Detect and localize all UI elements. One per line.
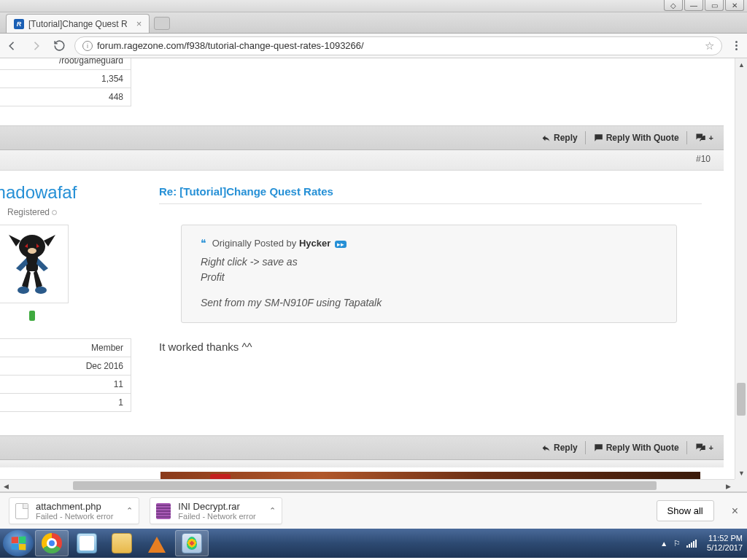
window-controls: ◇ ― ▭ ✕ — [664, 0, 744, 11]
forum-post: shadowafaf Registered Member Dec 2016 11… — [0, 171, 724, 418]
download-item[interactable]: INI Decrypt.rar Failed - Network error ⌃ — [150, 497, 282, 524]
back-button[interactable] — [4, 38, 20, 54]
taskbar-item-notepad[interactable] — [70, 530, 104, 556]
new-tab-button[interactable] — [154, 17, 170, 30]
reply-with-quote-button[interactable]: Reply With Quote — [593, 133, 679, 143]
download-status: Failed - Network error — [36, 512, 113, 521]
browser-tab[interactable]: R [Tutorial]Change Quest R × — [6, 14, 150, 33]
network-icon[interactable] — [686, 539, 697, 548]
scroll-thumb[interactable] — [73, 481, 657, 490]
horizontal-scrollbar[interactable]: ◀ ▶ — [0, 479, 735, 491]
taskbar-item-explorer[interactable] — [105, 530, 139, 556]
svg-point-3 — [35, 287, 47, 294]
action-center-icon[interactable]: ⚐ — [673, 539, 681, 548]
post-body-column: Re: [Tutorial]Change Quest Rates ❝ Origi… — [137, 171, 724, 418]
scroll-down-icon[interactable]: ▼ — [735, 467, 747, 479]
tab-strip: R [Tutorial]Change Quest R × — [0, 12, 747, 34]
bookmark-star-icon[interactable]: ☆ — [705, 39, 714, 52]
quote-header: ❝ Originally Posted by Hycker ▸▸ — [201, 237, 657, 249]
window-frame-top: ◇ ― ▭ ✕ — [0, 0, 747, 12]
page-viewport: /root/gameguard 1,354 ceived)448 ⚠ Reply… — [0, 58, 747, 492]
scroll-thumb[interactable] — [737, 383, 746, 416]
online-indicator-icon — [29, 311, 35, 321]
taskbar-item-vlc[interactable] — [140, 530, 174, 556]
paint-icon — [182, 533, 202, 553]
reply-with-quote-button[interactable]: Reply With Quote — [593, 443, 679, 453]
start-button[interactable] — [3, 530, 34, 556]
show-all-downloads-button[interactable]: Show all — [657, 500, 714, 521]
close-shelf-icon[interactable]: × — [732, 505, 738, 518]
post-number[interactable]: #10 — [696, 154, 711, 164]
stat-received: ceived)1 — [0, 394, 131, 412]
post-action-bar: ⚠ Reply Reply With Quote + — [0, 435, 724, 460]
avatar[interactable] — [0, 225, 69, 303]
stat-location: /root/gameguard — [0, 58, 131, 70]
post-title-link[interactable]: Re: [Tutorial]Change Quest Rates — [159, 185, 702, 204]
online-status-icon — [52, 210, 57, 215]
favicon-icon: R — [14, 19, 24, 29]
post-text: It worked thanks ^^ — [159, 341, 702, 353]
stat-posts: 11 — [0, 376, 131, 394]
stat-received: ceived)448 — [0, 88, 131, 106]
quote-block: ❝ Originally Posted by Hycker ▸▸ Right c… — [181, 225, 677, 323]
forum-page: /root/gameguard 1,354 ceived)448 ⚠ Reply… — [0, 58, 729, 486]
address-bar[interactable]: i forum.ragezone.com/f938/tutorial-chang… — [74, 36, 722, 55]
user-switch-button[interactable]: ◇ — [664, 0, 683, 11]
taskbar: ▲ ⚐ 11:52 PM 5/12/2017 — [0, 529, 747, 558]
maximize-button[interactable]: ▭ — [705, 0, 724, 11]
stat-posts: 1,354 — [0, 70, 131, 88]
reply-button[interactable]: Reply — [541, 133, 578, 143]
file-icon — [15, 503, 28, 519]
svg-point-0 — [19, 235, 45, 258]
reload-button[interactable] — [51, 38, 67, 54]
archive-icon — [156, 503, 171, 519]
user-stats: Member Dec 2016 11 ceived)1 — [0, 338, 137, 412]
goto-post-icon[interactable]: ▸▸ — [335, 241, 347, 248]
tab-close-icon[interactable]: × — [136, 18, 142, 29]
chrome-icon — [42, 533, 62, 553]
multiquote-button[interactable]: + — [694, 133, 713, 143]
downloads-shelf: attachment.php Failed - Network error ⌃ … — [0, 492, 747, 529]
svg-rect-1 — [26, 255, 38, 271]
prev-user-stats: /root/gameguard 1,354 ceived)448 — [0, 58, 131, 106]
download-item[interactable]: attachment.php Failed - Network error ⌃ — [9, 497, 139, 524]
tab-title: [Tutorial]Change Quest R — [28, 19, 128, 29]
clock[interactable]: 11:52 PM 5/12/2017 — [707, 534, 743, 553]
user-title: Registered — [0, 207, 137, 217]
multiquote-button[interactable]: + — [694, 443, 713, 453]
minimize-button[interactable]: ― — [684, 0, 703, 11]
download-name: attachment.php — [36, 501, 113, 512]
scroll-up-icon[interactable]: ▲ — [735, 58, 747, 71]
chevron-up-icon[interactable]: ⌃ — [269, 506, 276, 516]
chevron-up-icon[interactable]: ⌃ — [126, 506, 133, 516]
tray-overflow-icon[interactable]: ▲ — [660, 540, 667, 548]
system-tray: ▲ ⚐ 11:52 PM 5/12/2017 — [660, 529, 743, 558]
scroll-left-icon[interactable]: ◀ — [0, 480, 12, 492]
download-status: Failed - Network error — [178, 512, 255, 521]
forward-button[interactable] — [28, 38, 44, 54]
stat-rank: Member — [0, 338, 131, 357]
vertical-scrollbar[interactable]: ▲ ▼ — [735, 58, 747, 479]
vlc-icon — [148, 537, 166, 553]
chrome-menu-button[interactable] — [729, 41, 743, 50]
quote-icon: ❝ — [201, 237, 206, 249]
stat-joined: Dec 2016 — [0, 357, 131, 376]
url-text: forum.ragezone.com/f938/tutorial-change-… — [97, 40, 700, 51]
user-column: shadowafaf Registered Member Dec 2016 11… — [0, 171, 137, 418]
toolbar: i forum.ragezone.com/f938/tutorial-chang… — [0, 34, 747, 58]
reply-button[interactable]: Reply — [541, 443, 578, 453]
notepad-icon — [77, 533, 97, 553]
download-name: INI Decrypt.rar — [178, 501, 255, 512]
window-close-button[interactable]: ✕ — [725, 0, 744, 11]
quote-author[interactable]: Hycker — [299, 238, 330, 249]
site-info-icon[interactable]: i — [82, 41, 93, 51]
scroll-right-icon[interactable]: ▶ — [722, 480, 735, 492]
taskbar-item-chrome[interactable] — [35, 530, 69, 556]
post-number-bar: #10 — [0, 150, 724, 171]
taskbar-item-paint[interactable] — [175, 530, 209, 556]
folder-icon — [112, 533, 132, 553]
svg-point-4 — [28, 248, 36, 254]
post-action-bar: ⚠ Reply Reply With Quote + — [0, 125, 724, 150]
username-link[interactable]: shadowafaf — [0, 182, 137, 203]
svg-point-2 — [18, 287, 29, 294]
